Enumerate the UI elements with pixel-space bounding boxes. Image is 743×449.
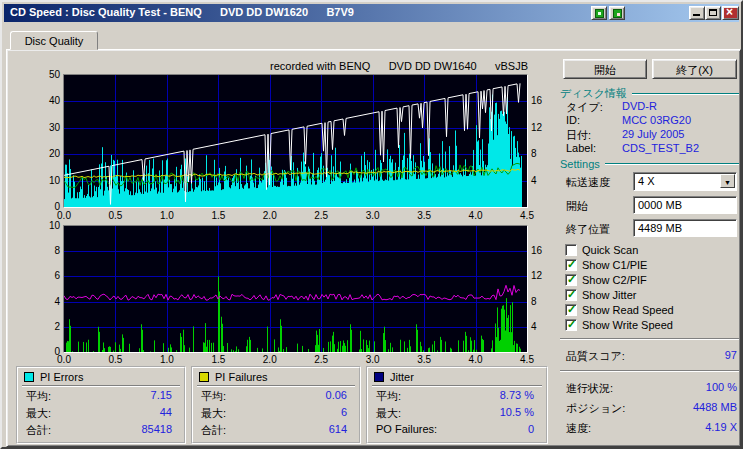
jitter-box: Jitter 平均:8.73 % 最大:10.5 % PO Failures:0 [366, 366, 548, 444]
axis-tick-label: 1.0 [155, 354, 179, 365]
axis-tick-label: 0.5 [103, 354, 127, 365]
speed-select-dropdown-button[interactable]: ▼ [720, 174, 735, 188]
end-position-value: 4489 MB [638, 222, 682, 234]
avg-label: 平均: [26, 389, 51, 404]
divider [632, 93, 739, 95]
checkbox-show-jitter[interactable]: ✓ Show Jitter [565, 289, 636, 301]
max-value: 6 [341, 406, 347, 418]
top-x-axis: 0.00.51.01.52.02.53.03.54.04.5 [64, 210, 534, 221]
axis-tick-label: 4 [531, 321, 555, 332]
checkbox-show-c1-pie[interactable]: ✓ Show C1/PIE [565, 259, 647, 271]
start-button[interactable]: 開始 [563, 59, 647, 79]
speed-select-label: 転送速度 [566, 175, 632, 190]
checkmark-icon: ✓ [567, 273, 576, 286]
axis-tick-label: 10 [32, 175, 60, 186]
settings-header: Settings [560, 158, 739, 170]
avg-label: 平均: [376, 389, 401, 404]
checkbox-label: Show C2/PIF [582, 274, 647, 286]
close-button[interactable]: × [722, 6, 739, 20]
checkbox-show-write-speed[interactable]: ✓ Show Write Speed [565, 319, 673, 331]
jitter-swatch [374, 372, 384, 382]
axis-tick-label: 3.0 [361, 354, 385, 365]
total-value: 614 [329, 423, 347, 435]
exit-button[interactable]: 終了(X) [652, 59, 737, 79]
minimize-button[interactable] [689, 6, 705, 20]
speed-select[interactable]: 4 X ▼ [633, 172, 737, 191]
axis-tick-label: 4.0 [464, 210, 488, 221]
disc-label-value: CDS_TEST_B2 [622, 142, 699, 154]
green-app-icon-2 [613, 9, 622, 18]
top-left-axis: 50403020100 [32, 74, 60, 206]
bottom-left-axis: 1086420 [32, 225, 60, 351]
pi-errors-swatch [24, 372, 34, 382]
max-label: 最大: [376, 406, 401, 421]
axis-tick-label: 8 [32, 245, 60, 256]
max-value: 10.5 % [500, 406, 534, 418]
axis-tick-label: 50 [32, 69, 60, 80]
divider [22, 385, 180, 387]
po-failures-label: PO Failures: [376, 423, 437, 435]
pi-failures-title: PI Failures [215, 371, 268, 383]
end-position-label: 終了位置 [566, 222, 632, 237]
axis-tick-label: 8 [531, 148, 555, 159]
disc-label-label: Label: [566, 142, 596, 154]
axis-tick-label: 2.5 [309, 210, 333, 221]
quality-score-label: 品質スコア: [566, 349, 625, 364]
start-position-input[interactable]: 0000 MB [633, 196, 737, 214]
checkbox-show-read-speed[interactable]: ✓ Show Read Speed [565, 304, 674, 316]
checkbox-box [565, 244, 577, 256]
checkmark-icon: ✓ [567, 303, 576, 316]
checkbox-label: Show Jitter [582, 289, 636, 301]
pi-errors-box: PI Errors 平均:7.15 最大:44 合計:85418 [16, 366, 186, 444]
chart-annotation: recorded with BENQ DVD DD DW1640 vBSJB [64, 60, 528, 72]
po-failures-value: 0 [528, 423, 534, 435]
position-value: 4488 MB [693, 401, 737, 413]
pi-errors-title: PI Errors [40, 371, 83, 383]
axis-tick-label: 3.0 [361, 210, 385, 221]
axis-tick-label: 3.5 [412, 354, 436, 365]
axis-tick-label: 1.0 [155, 210, 179, 221]
bottom-chart [64, 226, 527, 352]
axis-tick-label: 8 [531, 296, 555, 307]
axis-tick-label: 0.0 [52, 354, 76, 365]
bottom-x-axis: 0.00.51.01.52.02.53.03.54.04.5 [64, 354, 534, 365]
titlebar-plugin-button-1[interactable] [591, 6, 607, 20]
tab-disc-quality[interactable]: Disc Quality [10, 31, 98, 50]
pi-failures-box: PI Failures 平均:0.06 最大:6 合計:614 [191, 366, 361, 444]
maximize-button[interactable] [705, 6, 721, 20]
divider [197, 385, 355, 387]
checkbox-show-c2-pif[interactable]: ✓ Show C2/PIF [565, 274, 647, 286]
divider [560, 370, 739, 372]
start-position-value: 0000 MB [638, 199, 682, 211]
titlebar-plugin-button-2[interactable] [609, 6, 625, 20]
close-icon: × [726, 5, 733, 19]
axis-tick-label: 12 [531, 270, 555, 281]
max-label: 最大: [26, 406, 51, 421]
checkbox-quick-scan[interactable]: Quick Scan [565, 244, 638, 256]
axis-tick-label: 2 [32, 321, 60, 332]
axis-tick-label: 20 [32, 148, 60, 159]
speed-label: 速度: [566, 421, 591, 436]
disc-id-value: MCC 03RG20 [622, 114, 691, 126]
avg-value: 7.15 [151, 389, 172, 401]
disc-type-value: DVD-R [622, 100, 657, 112]
axis-tick-label: 16 [531, 95, 555, 106]
axis-tick-label: 12 [531, 122, 555, 133]
top-chart [64, 75, 527, 207]
speed-select-value: 4 X [638, 175, 655, 187]
end-position-input[interactable]: 4489 MB [633, 219, 737, 237]
exit-button-label: 終了(X) [676, 64, 713, 76]
axis-tick-label: 1.5 [206, 210, 230, 221]
divider [605, 163, 739, 165]
axis-tick-label: 2.0 [258, 210, 282, 221]
disc-type-label: タイプ: [566, 100, 603, 115]
axis-tick-label: 16 [531, 245, 555, 256]
start-button-label: 開始 [594, 64, 616, 76]
settings-header-label: Settings [560, 158, 600, 170]
axis-tick-label: 4.5 [515, 354, 539, 365]
position-label: ポジション: [566, 401, 625, 416]
chevron-down-icon: ▼ [724, 179, 731, 186]
axis-tick-label: 2.0 [258, 354, 282, 365]
divider [560, 338, 739, 340]
axis-tick-label: 2.5 [309, 354, 333, 365]
